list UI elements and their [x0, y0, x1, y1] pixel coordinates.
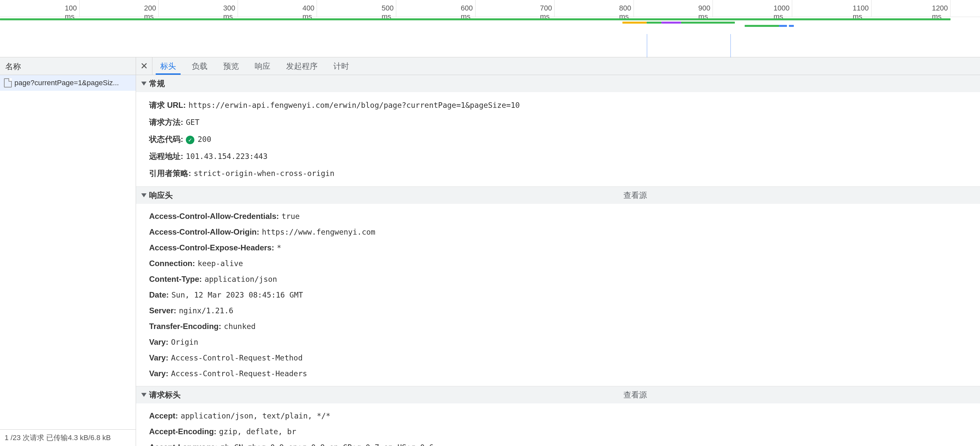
header-row: Transfer-Encoding:chunked: [149, 319, 967, 334]
header-value: zh-CN,zh;q=0.9,en;q=0.8,en-GB;q=0.7,en-U…: [220, 443, 434, 446]
column-header-name[interactable]: 名称: [0, 57, 136, 75]
header-key: Vary:: [149, 353, 169, 362]
view-source-link[interactable]: 查看源: [624, 190, 647, 200]
header-value: keep-alive: [198, 259, 243, 268]
header-row: Vary:Origin: [149, 334, 967, 350]
header-key: Date:: [149, 290, 169, 300]
header-row: Content-Type:application/json: [149, 271, 967, 287]
header-row: Connection:keep-alive: [149, 256, 967, 271]
section-header-response[interactable]: 响应头 查看源: [136, 187, 980, 204]
status-bar: 1 /23 次请求 已传输4.3 kB/6.8 kB: [0, 429, 136, 446]
tab-preview[interactable]: 预览: [215, 57, 247, 75]
header-key: Vary:: [149, 369, 169, 378]
header-value: Access-Control-Request-Headers: [171, 369, 307, 378]
header-row: Date:Sun, 12 Mar 2023 08:45:16 GMT: [149, 287, 967, 303]
header-value: application/json, text/plain, */*: [181, 412, 330, 420]
header-key: Accept:: [149, 411, 178, 421]
request-list-panel: 名称 page?currentPage=1&pageSiz... 1 /23 次…: [0, 57, 136, 446]
value-request-url: https://erwin-api.fengwenyi.com/erwin/bl…: [188, 101, 520, 110]
header-key: Accept-Language:: [149, 443, 218, 446]
chevron-down-icon: [141, 194, 146, 197]
section-title: 请求标头: [149, 390, 181, 400]
section-header-request[interactable]: 请求标头 查看源: [136, 386, 980, 403]
header-row: Accept-Encoding:gzip, deflate, br: [149, 424, 967, 440]
value-status-code: 200: [198, 135, 212, 143]
section-request-headers: 请求标头 查看源 Accept:application/json, text/p…: [136, 386, 980, 446]
section-header-general[interactable]: 常规: [136, 75, 980, 92]
section-response-headers: 响应头 查看源 Access-Control-Allow-Credentials…: [136, 187, 980, 386]
timeline-body: [0, 17, 980, 57]
header-row: Accept:application/json, text/plain, */*: [149, 408, 967, 424]
header-row: Access-Control-Allow-Origin:https://www.…: [149, 224, 967, 240]
header-value: chunked: [224, 322, 256, 331]
header-row: Vary:Access-Control-Request-Method: [149, 350, 967, 366]
header-value: nginx/1.21.6: [179, 306, 233, 315]
tab-payload[interactable]: 负载: [184, 57, 215, 75]
tab-timing[interactable]: 计时: [326, 57, 357, 75]
header-row: Vary:Access-Control-Request-Headers: [149, 366, 967, 381]
header-row: Accept-Language:zh-CN,zh;q=0.9,en;q=0.8,…: [149, 440, 967, 446]
request-detail-panel: ✕ 标头 负载 预览 响应 发起程序 计时 常规 请求 URL:https://…: [136, 57, 980, 446]
header-row: Server:nginx/1.21.6: [149, 303, 967, 319]
request-row[interactable]: page?currentPage=1&pageSiz...: [0, 75, 136, 91]
tab-response[interactable]: 响应: [247, 57, 278, 75]
label-request-method: 请求方法:: [149, 117, 183, 127]
section-general: 常规 请求 URL:https://erwin-api.fengwenyi.co…: [136, 75, 980, 187]
header-value: application/json: [205, 275, 277, 284]
chevron-down-icon: [141, 393, 146, 397]
label-request-url: 请求 URL:: [149, 100, 186, 110]
header-key: Connection:: [149, 259, 195, 268]
label-referrer-policy: 引用者策略:: [149, 168, 191, 179]
view-source-link[interactable]: 查看源: [624, 390, 647, 400]
network-timeline[interactable]: 100 ms 200 ms 300 ms 400 ms 500 ms 600 m…: [0, 0, 980, 57]
header-value: Sun, 12 Mar 2023 08:45:16 GMT: [172, 290, 303, 299]
label-remote-address: 远程地址:: [149, 151, 183, 162]
header-key: Access-Control-Allow-Credentials:: [149, 212, 279, 221]
request-name: page?currentPage=1&pageSiz...: [14, 79, 119, 87]
value-request-method: GET: [186, 118, 200, 127]
value-remote-address: 101.43.154.223:443: [186, 152, 267, 160]
header-key: Accept-Encoding:: [149, 427, 216, 436]
header-value: gzip, deflate, br: [219, 427, 296, 436]
label-status-code: 状态代码:: [149, 134, 183, 144]
header-value: true: [282, 212, 299, 221]
header-value: https://www.fengwenyi.com: [262, 228, 375, 236]
close-detail-button[interactable]: ✕: [136, 57, 153, 75]
section-title: 常规: [149, 78, 165, 89]
header-key: Transfer-Encoding:: [149, 322, 221, 331]
timeline-ruler: 100 ms 200 ms 300 ms 400 ms 500 ms 600 m…: [0, 0, 980, 17]
header-value: Origin: [171, 338, 198, 346]
header-key: Access-Control-Allow-Origin:: [149, 227, 259, 236]
status-ok-icon: ✓: [186, 136, 194, 144]
detail-tabs: ✕ 标头 负载 预览 响应 发起程序 计时: [136, 57, 980, 75]
tab-headers[interactable]: 标头: [153, 57, 184, 75]
header-value: Access-Control-Request-Method: [171, 354, 303, 362]
header-key: Content-Type:: [149, 275, 202, 284]
header-key: Server:: [149, 306, 177, 315]
document-icon: [4, 78, 12, 87]
value-referrer-policy: strict-origin-when-cross-origin: [194, 169, 334, 178]
header-key: Vary:: [149, 338, 169, 347]
tab-initiator[interactable]: 发起程序: [278, 57, 326, 75]
header-row: Access-Control-Expose-Headers:*: [149, 240, 967, 256]
header-value: *: [277, 243, 281, 252]
section-title: 响应头: [149, 190, 173, 200]
header-key: Access-Control-Expose-Headers:: [149, 243, 274, 252]
chevron-down-icon: [141, 82, 146, 86]
header-row: Access-Control-Allow-Credentials:true: [149, 208, 967, 224]
